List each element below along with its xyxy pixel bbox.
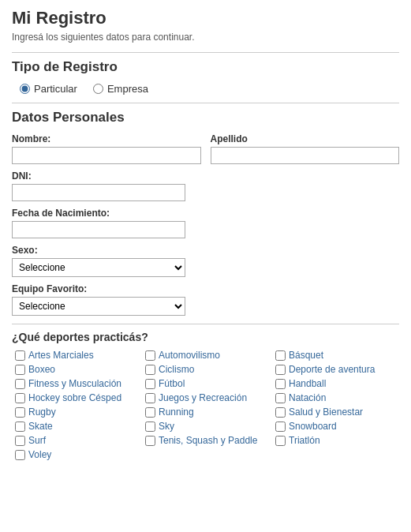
sport-checkbox-16[interactable] [145, 421, 155, 432]
list-item[interactable]: Juegos y Recreación [145, 392, 269, 403]
list-item[interactable]: Natación [275, 392, 399, 403]
sport-label: Surf [28, 435, 46, 446]
list-item[interactable]: Tenis, Squash y Paddle [145, 435, 269, 446]
sport-checkbox-0[interactable] [15, 350, 25, 361]
sport-checkbox-4[interactable] [145, 365, 155, 375]
sport-label: Triatlón [289, 435, 320, 446]
sport-checkbox-12[interactable] [15, 407, 25, 418]
sport-label: Ciclismo [159, 364, 194, 375]
list-item[interactable]: Sky [145, 421, 269, 432]
sport-label: Skate [28, 421, 53, 432]
sport-label: Running [159, 406, 194, 418]
list-item[interactable]: Snowboard [275, 421, 399, 432]
radio-empresa-input[interactable] [93, 84, 103, 94]
list-item[interactable]: Handball [275, 378, 399, 389]
sport-checkbox-1[interactable] [145, 350, 155, 361]
list-item[interactable]: Salud y Bienestar [275, 406, 399, 418]
sport-label: Automovilismo [159, 350, 220, 361]
sport-checkbox-2[interactable] [275, 350, 286, 361]
list-item[interactable]: Artes Marciales [15, 350, 139, 361]
nombre-label: Nombre: [12, 133, 201, 144]
list-item[interactable]: Ciclismo [145, 364, 269, 375]
dni-group: DNI: [12, 170, 185, 201]
registro-radio-group: Particular Empresa [12, 83, 399, 95]
list-item[interactable]: Rugby [15, 406, 139, 418]
equipo-select[interactable]: Seleccione [12, 297, 185, 316]
datos-personales-title: Datos Personales [12, 110, 399, 126]
sport-label: Handball [289, 378, 326, 389]
list-item[interactable]: Fútbol [145, 378, 269, 389]
radio-particular-label: Particular [34, 83, 77, 95]
sport-label: Básquet [289, 350, 323, 361]
sport-checkbox-19[interactable] [145, 436, 155, 446]
sexo-label: Sexo: [12, 245, 185, 256]
datos-personales-section: Datos Personales Nombre: Apellido DNI: F… [12, 103, 399, 316]
dni-input[interactable] [12, 184, 185, 201]
equipo-row: Equipo Favorito: Seleccione [12, 283, 399, 316]
sport-checkbox-9[interactable] [15, 393, 25, 403]
sport-label: Fútbol [159, 378, 185, 389]
list-item[interactable]: Básquet [275, 350, 399, 361]
tipo-registro-title: Tipo de Registro [12, 59, 399, 75]
apellido-label: Apellido [211, 133, 400, 144]
list-item[interactable]: Automovilismo [145, 350, 269, 361]
deportes-title: ¿Qué deportes practicás? [12, 324, 399, 343]
fecha-group: Fecha de Nacimiento: [12, 208, 185, 238]
sexo-select[interactable]: Seleccione Masculino Femenino [12, 258, 185, 277]
list-item[interactable]: Skate [15, 421, 139, 432]
sport-checkbox-11[interactable] [275, 393, 286, 403]
sport-label: Rugby [28, 406, 56, 418]
sport-checkbox-21[interactable] [15, 450, 25, 460]
sport-checkbox-15[interactable] [15, 421, 25, 432]
sport-checkbox-3[interactable] [15, 365, 25, 375]
list-item[interactable]: Triatlón [275, 435, 399, 446]
page-subtitle: Ingresá los siguientes datos para contin… [12, 32, 399, 43]
sport-checkbox-17[interactable] [275, 421, 286, 432]
fecha-input[interactable] [12, 221, 185, 238]
fecha-row: Fecha de Nacimiento: [12, 208, 399, 238]
list-item[interactable]: Running [145, 406, 269, 418]
sport-label: Voley [28, 449, 51, 460]
radio-empresa-label: Empresa [107, 83, 148, 95]
equipo-label: Equipo Favorito: [12, 283, 185, 294]
sport-checkbox-13[interactable] [145, 407, 155, 418]
sport-checkbox-18[interactable] [15, 436, 25, 446]
page-title: Mi Registro [12, 8, 399, 28]
equipo-group: Equipo Favorito: Seleccione [12, 283, 185, 316]
fecha-label: Fecha de Nacimiento: [12, 208, 185, 219]
sport-checkbox-6[interactable] [15, 379, 25, 389]
sport-label: Boxeo [28, 364, 55, 375]
apellido-input[interactable] [211, 147, 400, 164]
sexo-group: Sexo: Seleccione Masculino Femenino [12, 245, 185, 277]
apellido-group: Apellido [211, 133, 400, 164]
list-item[interactable]: Fitness y Musculación [15, 378, 139, 389]
sport-label: Tenis, Squash y Paddle [159, 435, 257, 446]
sport-checkbox-7[interactable] [145, 379, 155, 389]
list-item[interactable]: Boxeo [15, 364, 139, 375]
sport-checkbox-10[interactable] [145, 393, 155, 403]
sport-checkbox-8[interactable] [275, 379, 286, 389]
sport-label: Fitness y Musculación [28, 378, 121, 389]
dni-row: DNI: [12, 170, 399, 201]
sport-label: Deporte de aventura [289, 364, 375, 375]
radio-empresa[interactable]: Empresa [93, 83, 148, 95]
list-item[interactable]: Deporte de aventura [275, 364, 399, 375]
sport-checkbox-14[interactable] [275, 407, 286, 418]
sport-checkbox-20[interactable] [275, 436, 286, 446]
deportes-grid: Artes MarcialesAutomovilismoBásquetBoxeo… [12, 350, 399, 460]
radio-particular[interactable]: Particular [20, 83, 77, 95]
sport-label: Artes Marciales [28, 350, 94, 361]
list-item[interactable]: Hockey sobre Césped [15, 392, 139, 403]
list-item[interactable]: Voley [15, 449, 139, 460]
nombre-apellido-row: Nombre: Apellido [12, 133, 399, 164]
sport-label: Sky [159, 421, 174, 432]
radio-particular-input[interactable] [20, 84, 30, 94]
nombre-input[interactable] [12, 147, 201, 164]
sport-checkbox-5[interactable] [275, 365, 286, 375]
list-item[interactable]: Surf [15, 435, 139, 446]
sport-label: Hockey sobre Césped [28, 392, 121, 403]
nombre-group: Nombre: [12, 133, 201, 164]
tipo-registro-section: Tipo de Registro Particular Empresa [12, 52, 399, 95]
sport-label: Juegos y Recreación [159, 392, 247, 403]
sport-label: Salud y Bienestar [289, 406, 363, 418]
